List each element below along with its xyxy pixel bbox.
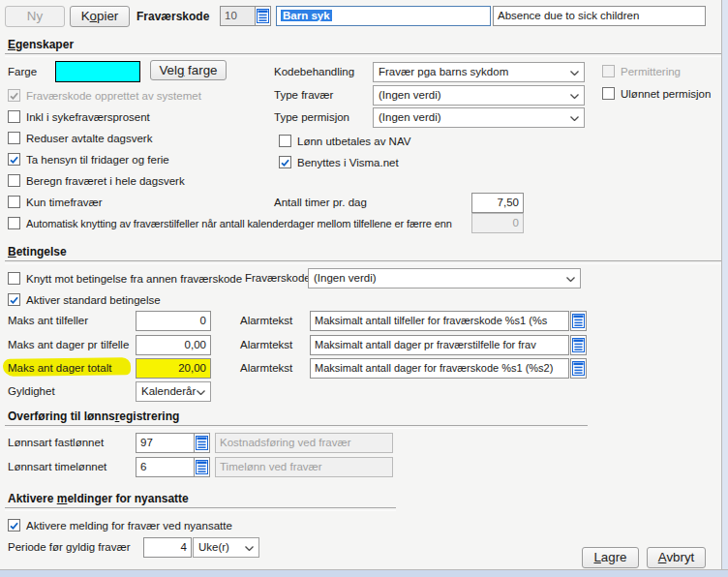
chevron-down-icon [570, 94, 579, 99]
checkbox-used-in-vismanet[interactable]: Benyttes i Visma.net [279, 156, 399, 168]
checkbox-box [8, 272, 20, 285]
absence-type-select[interactable]: (Ingen verdi) [373, 85, 585, 106]
alarm-text-lookup-button-2[interactable] [570, 335, 587, 355]
pay-type-hourly-input[interactable]: 6 [136, 457, 195, 477]
period-before-valid-input[interactable]: 4 [143, 537, 192, 558]
pay-type-salaried-input[interactable]: 97 [136, 433, 195, 453]
selected-value: (Ingen verdi) [314, 272, 377, 284]
checkbox-label: Lønn utbetales av NAV [297, 136, 410, 147]
copy-button[interactable]: Kopier [70, 6, 130, 27]
lookup-list-icon [572, 338, 585, 352]
checkbox-unpaid-leave[interactable]: Ulønnet permisjon [602, 87, 711, 100]
alarm-text-input-2[interactable]: Maksimalt antall dager pr fraværstilfell… [310, 335, 569, 355]
absence-description-input[interactable]: Absence due to sick children [493, 6, 706, 26]
selected-value: Fravær pga barns sykdom [379, 66, 508, 77]
pay-type-hourly-lookup-button[interactable] [194, 457, 210, 477]
alarm-text-lookup-button-3[interactable] [570, 358, 587, 379]
check-icon [9, 90, 19, 102]
checkbox-label: Kun timefravær [26, 197, 103, 208]
checkbox-label: Inkl i sykefraværsprosent [26, 111, 150, 123]
color-swatch [55, 61, 140, 82]
max-days-total-label: Maks ant dager totalt [8, 362, 111, 374]
checkbox-box [602, 87, 615, 100]
checkbox-hourly-absence-only[interactable]: Kun timefravær [8, 196, 103, 208]
checkbox-paid-by-nav[interactable]: Lønn utbetales av NAV [279, 135, 410, 147]
lookup-list-icon [257, 9, 269, 23]
condition-code-label: Fraværskode [245, 272, 311, 284]
max-days-per-case-input[interactable]: 0,00 [136, 335, 211, 355]
selected-value: Uke(r) [198, 541, 229, 553]
save-button[interactable]: Lagre [582, 547, 639, 568]
checkbox-calc-whole-workdays[interactable]: Beregn fraværet i hele dagsverk [8, 174, 185, 187]
alarm-text-input-1[interactable]: Maksimalt antall tilfeller for fraværsko… [310, 311, 569, 331]
pay-type-salaried-lookup-button[interactable] [194, 433, 210, 453]
absence-name-input[interactable]: Barn syk [276, 6, 491, 26]
max-days-total-input[interactable]: 20,00 [136, 358, 211, 379]
alarm-text-label: Alarmtekst [240, 315, 292, 326]
alarm-text-input-3[interactable]: Maksimalt antall dager for fraværskode %… [310, 358, 569, 379]
checkbox-label: Ta hensyn til fridager og ferie [26, 154, 169, 166]
checkbox-link-other-condition[interactable]: Knytt mot betingelse fra annen fraværsko… [8, 272, 242, 285]
checkbox-box [8, 110, 20, 123]
choose-color-button[interactable]: Velg farge [150, 60, 227, 80]
checkbox-reduce-agreed-workdays[interactable]: Reduser avtalte dagsverk [8, 132, 152, 144]
validity-select[interactable]: Kalenderår [136, 381, 211, 402]
max-days-per-case-label: Maks ant dager pr tilfelle [8, 339, 129, 350]
window-background-right [721, 0, 728, 577]
code-handling-label: Kodebehandling [274, 66, 354, 77]
checkbox-created-by-system[interactable]: Fraværskode opprettet av systemet [8, 89, 201, 102]
period-before-valid-label: Periode før gyldig fravær [8, 541, 131, 553]
checkbox-box [8, 89, 20, 102]
lookup-list-icon [572, 361, 585, 376]
checkbox-box [279, 156, 291, 168]
max-cases-input[interactable]: 0 [136, 311, 211, 331]
chevron-down-icon [197, 390, 205, 395]
absence-code-lookup-button[interactable] [255, 6, 271, 26]
window-background-bottom [0, 569, 728, 577]
section-title-overforing: Overføring til lønnsregistrering [8, 410, 179, 423]
checkbox-box [8, 153, 20, 166]
pay-type-hourly-description: Timelønn ved fravær [215, 457, 393, 477]
condition-code-select[interactable]: (Ingen verdi) [308, 268, 581, 288]
lookup-list-icon [572, 314, 585, 328]
chevron-down-icon [570, 116, 579, 121]
leave-type-select[interactable]: (Ingen verdi) [373, 107, 585, 128]
checkbox-label: Aktiver standard betingelse [26, 294, 161, 306]
checkbox-label: Permittering [621, 66, 681, 77]
checkbox-incl-sick-leave-percent[interactable]: Inkl i sykefraværsprosent [8, 110, 150, 123]
checkbox-label: Automatisk knytting av fraværstilfeller … [26, 218, 452, 229]
checkbox-box [279, 135, 291, 147]
auto-link-days-input[interactable]: 0 [471, 213, 524, 233]
absence-code-input[interactable]: 10 [220, 6, 256, 26]
max-cases-label: Maks ant tilfeller [8, 315, 88, 326]
checkbox-label: Knytt mot betingelse fra annen fraværsko… [26, 273, 242, 285]
checkbox-box [8, 293, 20, 306]
check-icon [9, 154, 19, 166]
selected-value: (Ingen verdi) [379, 89, 441, 101]
absence-code-form: Ny Kopier Fraværskode 10 Barn syk Absenc… [0, 0, 728, 577]
checkbox-box [602, 65, 615, 77]
leave-type-label: Type permisjon [274, 111, 349, 123]
period-unit-select[interactable]: Uke(r) [193, 537, 259, 558]
checkbox-auto-link-absence-cases[interactable]: Automatisk knytting av fraværstilfeller … [8, 217, 452, 229]
checkbox-label: Benyttes i Visma.net [297, 157, 399, 168]
code-handling-select[interactable]: Fravær pga barns sykdom [373, 62, 585, 82]
section-divider [5, 260, 721, 264]
hours-per-day-label: Antall timer pr. dag [274, 197, 367, 208]
section-title-egenskaper: Egenskaper [8, 38, 74, 51]
cancel-button[interactable]: Avbryt [647, 547, 706, 568]
absence-type-label: Type fravær [274, 89, 333, 101]
section-divider [5, 507, 396, 511]
checkbox-activate-message-new-employees[interactable]: Aktivere melding for fravær ved nyansatt… [8, 519, 232, 531]
selected-value: (Ingen verdi) [379, 111, 441, 123]
checkbox-consider-holidays[interactable]: Ta hensyn til fridager og ferie [8, 153, 169, 166]
lookup-list-icon [196, 460, 208, 474]
hours-per-day-input[interactable]: 7,50 [471, 193, 524, 213]
checkbox-box [8, 174, 20, 187]
checkbox-activate-standard-condition[interactable]: Aktiver standard betingelse [8, 293, 161, 306]
checkbox-box [8, 196, 20, 208]
alarm-text-lookup-button-1[interactable] [570, 311, 587, 331]
alarm-text-label: Alarmtekst [240, 362, 292, 374]
checkbox-layoff[interactable]: Permittering [602, 65, 681, 77]
new-button[interactable]: Ny [5, 6, 65, 27]
